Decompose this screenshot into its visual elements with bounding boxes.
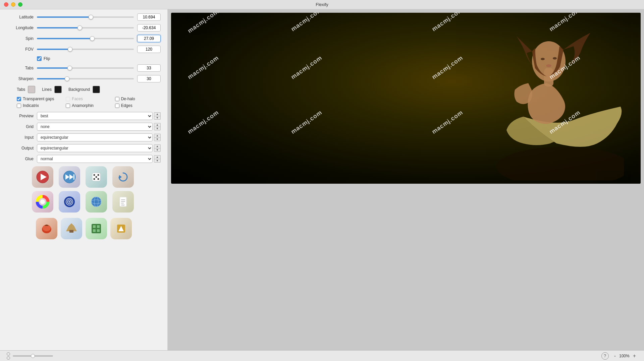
dice-app-icon[interactable] — [86, 166, 107, 188]
input-up-btn[interactable]: ▲ — [154, 134, 161, 137]
preview-woman-svg — [456, 16, 624, 180]
maximize-button[interactable] — [18, 2, 22, 7]
bottom-slider[interactable] — [13, 355, 53, 357]
fov-slider[interactable] — [37, 49, 134, 50]
tabs-input[interactable]: 33 — [137, 64, 161, 72]
globe-app-icon[interactable] — [86, 191, 107, 213]
de-halo-label: De-halo — [121, 97, 135, 101]
zoom-dash[interactable]: - — [613, 353, 617, 359]
traffic-lights — [4, 2, 22, 7]
background-color-swatch[interactable] — [93, 86, 100, 93]
faces-label: Faces — [72, 97, 83, 101]
glue-down-btn[interactable]: ▼ — [154, 159, 161, 163]
faces-item: Faces — [66, 97, 111, 101]
edges-checkbox[interactable] — [115, 104, 119, 108]
zoom-level: 100% — [619, 354, 630, 358]
help-button[interactable]: ? — [601, 352, 609, 360]
output-up-btn[interactable]: ▲ — [154, 144, 161, 148]
radio-1[interactable] — [7, 352, 10, 356]
latitude-input[interactable]: 10.694 — [137, 13, 161, 21]
flip-label: Flip — [44, 56, 50, 61]
anamorphin-checkbox[interactable] — [66, 104, 70, 108]
tabs-slider[interactable] — [37, 67, 134, 69]
app-icon-grid: PDF — [7, 166, 161, 216]
edges-item: Edges — [115, 103, 161, 108]
glue-stepper: ▲ ▼ — [154, 155, 161, 163]
input-label: Input — [7, 135, 34, 140]
grid-select[interactable]: none 4x2 6x3 8x4 — [37, 123, 153, 131]
output-stepper: ▲ ▼ — [154, 144, 161, 152]
color-row: Tabs Lines Background — [7, 86, 161, 93]
input-row: Input equirectangular cubemap cylindrica… — [7, 133, 161, 141]
checkbox-grid: Transparent gaps Faces De-halo Indicatri… — [7, 97, 161, 108]
indicatrix-checkbox[interactable] — [17, 104, 21, 108]
edges-label: Edges — [121, 103, 132, 108]
fov-input[interactable]: 120 — [137, 46, 161, 53]
preview-select[interactable]: best fast draft — [37, 112, 153, 120]
minimize-button[interactable] — [11, 2, 15, 7]
latitude-label: Latitude — [7, 15, 34, 19]
lines-color-swatch[interactable] — [54, 86, 62, 93]
color-wheel-app-icon[interactable] — [32, 191, 53, 213]
svg-point-41 — [553, 57, 557, 60]
output-select[interactable]: equirectangular cubemap cylindrical fish… — [37, 144, 153, 152]
app-icon-4[interactable] — [110, 218, 132, 239]
grid-down-btn[interactable]: ▼ — [154, 127, 161, 130]
svg-rect-28 — [69, 230, 73, 233]
tabs-color-swatch[interactable] — [28, 86, 35, 93]
grid-dropdown-container: none 4x2 6x3 8x4 ▲ ▼ — [37, 123, 161, 131]
bottom-slider-thumb — [31, 354, 35, 358]
sharpen-input[interactable]: 30 — [137, 75, 161, 82]
flip-checkbox[interactable] — [37, 56, 42, 61]
svg-point-10 — [97, 178, 99, 180]
grid-stepper: ▲ ▼ — [154, 123, 161, 130]
glue-select[interactable]: normal seam blend — [37, 155, 153, 163]
output-label: Output — [7, 146, 34, 151]
status-bar: ? - 100% + — [0, 350, 644, 361]
close-button[interactable] — [4, 2, 8, 7]
app-icon-2[interactable] — [61, 218, 82, 239]
glue-label: Glue — [7, 157, 34, 161]
play-app-icon[interactable] — [32, 166, 53, 188]
app-title: Flexify — [316, 2, 328, 7]
preview-down-btn[interactable]: ▼ — [154, 116, 161, 120]
de-halo-item: De-halo — [115, 97, 161, 101]
preview-up-btn[interactable]: ▲ — [154, 112, 161, 116]
app-icon-3[interactable] — [86, 218, 107, 239]
longitude-input[interactable]: -20.634 — [137, 24, 161, 32]
output-dropdown-container: equirectangular cubemap cylindrical fish… — [37, 144, 161, 152]
app-icon-1[interactable] — [36, 218, 57, 239]
svg-point-11 — [95, 176, 97, 178]
glue-up-btn[interactable]: ▲ — [154, 155, 161, 159]
main-layout: Latitude 10.694 Longitude -20.634 Spin 2… — [0, 9, 644, 350]
grid-up-btn[interactable]: ▲ — [154, 123, 161, 127]
output-down-btn[interactable]: ▼ — [154, 148, 161, 152]
fast-forward-app-icon[interactable] — [59, 166, 80, 188]
spin-slider[interactable] — [37, 38, 134, 39]
glue-dropdown-container: normal seam blend ▲ ▼ — [37, 155, 161, 163]
zoom-plus[interactable]: + — [632, 353, 637, 359]
left-panel: Latitude 10.694 Longitude -20.634 Spin 2… — [0, 9, 168, 350]
de-halo-checkbox[interactable] — [115, 97, 119, 101]
input-select[interactable]: equirectangular cubemap cylindrical fish… — [37, 133, 153, 141]
lines-color-label: Lines — [42, 87, 52, 92]
longitude-row: Longitude -20.634 — [7, 24, 161, 32]
reset-app-icon[interactable] — [112, 166, 134, 188]
faces-checkbox[interactable] — [66, 97, 70, 101]
spiral-app-icon[interactable] — [59, 191, 80, 213]
input-down-btn[interactable]: ▼ — [154, 137, 161, 141]
status-bar-left — [7, 352, 597, 360]
tabs-color-item: Tabs — [17, 86, 35, 93]
longitude-slider[interactable] — [37, 27, 134, 28]
transparent-gaps-checkbox[interactable] — [17, 97, 21, 101]
latitude-slider[interactable] — [37, 16, 134, 18]
fov-slider-container — [37, 46, 134, 53]
spin-input[interactable]: 27.09 — [137, 35, 161, 42]
preview-image: macmj.commacmj.commacmj.commacmj.commacm… — [171, 13, 641, 184]
sharpen-slider[interactable] — [37, 78, 134, 79]
svg-rect-5 — [73, 174, 74, 180]
longitude-slider-container — [37, 24, 134, 31]
radio-2[interactable] — [7, 356, 10, 360]
doc-app-icon[interactable]: PDF — [112, 191, 134, 213]
grid-row: Grid none 4x2 6x3 8x4 ▲ ▼ — [7, 123, 161, 131]
